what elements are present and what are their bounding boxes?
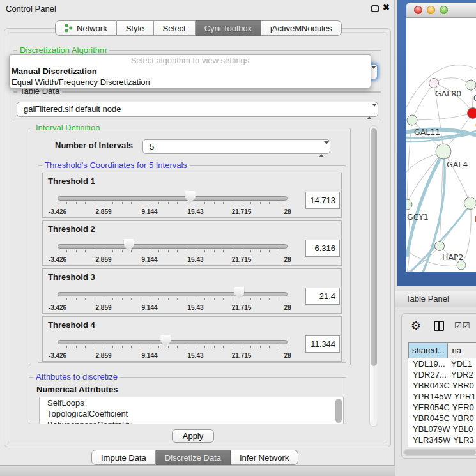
tick-label: 28 — [268, 256, 307, 263]
tick-mark — [168, 298, 169, 300]
tick-mark — [66, 346, 67, 348]
node-gal4[interactable] — [436, 144, 451, 159]
zoom-traffic-light[interactable] — [440, 6, 448, 14]
column-header-name[interactable]: na — [448, 342, 476, 358]
tick-mark — [122, 346, 123, 348]
tick-mark — [196, 250, 196, 255]
cell-shared-name[interactable]: YDR27... — [408, 369, 449, 380]
number-of-intervals-combobox[interactable]: 5 — [142, 139, 330, 154]
cell-name[interactable]: YBR0 — [450, 380, 476, 391]
slider-track[interactable] — [58, 244, 288, 249]
cell-name[interactable]: YLR3 — [450, 434, 476, 445]
threshold-value-field[interactable]: 11.344 — [305, 335, 340, 353]
cell-name[interactable]: YDL1 — [449, 358, 476, 369]
cell-shared-name[interactable]: YPR145W — [408, 391, 452, 402]
checked-checkbox-icons[interactable]: ☑☑ — [454, 321, 470, 330]
table-row[interactable]: YBL079WYBL0 — [408, 424, 476, 434]
cell-name[interactable]: YER0 — [450, 402, 476, 413]
minimize-traffic-light[interactable] — [427, 6, 435, 14]
node-gal11[interactable] — [407, 115, 417, 125]
table-row[interactable]: YPR145WYPR1 — [408, 391, 476, 402]
dropdown-item-equal-width-frequency[interactable]: Equal Width/Frequency Discretization — [10, 77, 371, 88]
slider-track[interactable] — [58, 292, 288, 296]
table-row[interactable]: YIL052CYIL0 — [408, 445, 476, 447]
cell-name[interactable]: YPR1 — [452, 391, 476, 402]
network-canvas[interactable]: GAL80GCGAL11GAL4GCY1HHAP2 — [406, 18, 476, 272]
cell-shared-name[interactable]: YBR045C — [408, 413, 450, 424]
scrollbar-thumb[interactable] — [404, 450, 476, 455]
network-edge[interactable] — [412, 83, 434, 120]
node-hap2[interactable] — [435, 242, 445, 251]
cell-name[interactable]: YBR0 — [450, 413, 476, 424]
table-panel-header[interactable]: Table Panel — [395, 291, 476, 307]
attribute-item[interactable]: TopologicalCoefficient — [40, 408, 343, 419]
tick-mark — [95, 202, 95, 204]
node-gcy1[interactable] — [406, 199, 412, 210]
tab-jactivemnodules[interactable]: jActiveMNodules — [261, 20, 342, 36]
cell-shared-name[interactable]: YDL19... — [408, 358, 449, 369]
cell-name[interactable]: YDR2 — [449, 369, 476, 380]
slider-ticks — [58, 250, 288, 256]
settings-vertical-scrollbar[interactable] — [369, 125, 378, 427]
table-row[interactable]: YDL19...YDL1 — [408, 358, 476, 369]
cell-shared-name[interactable]: YER054C — [408, 402, 450, 413]
cell-shared-name[interactable]: YLR345W — [408, 434, 450, 445]
table-data-combobox[interactable]: galFiltered.sif default node — [17, 102, 378, 117]
node-selected-red[interactable] — [468, 108, 476, 119]
slider-tick-labels: -3.4262.8599.14415.4321.71528 — [58, 352, 288, 360]
node-gal80[interactable] — [429, 79, 439, 88]
network-node-label: GAL11 — [414, 127, 440, 137]
table-row[interactable]: YER054CYER0 — [408, 402, 476, 413]
tick-mark — [242, 202, 242, 207]
threshold-value-field[interactable]: 6.316 — [305, 240, 340, 257]
tick-mark — [95, 346, 95, 348]
cell-name[interactable]: YIL0 — [449, 445, 476, 447]
cell-shared-name[interactable]: YBR043C — [408, 380, 450, 391]
table-row[interactable]: YDR27...YDR2 — [408, 369, 476, 380]
tick-label: 15.43 — [176, 208, 215, 215]
tick-mark — [58, 250, 58, 255]
table-row[interactable]: YLR345WYLR3 — [408, 434, 476, 445]
node-bottom[interactable] — [457, 261, 466, 270]
tab-impute-data[interactable]: Impute Data — [91, 450, 156, 465]
tab-style[interactable]: Style — [117, 20, 154, 36]
close-traffic-light[interactable] — [414, 6, 422, 14]
tick-mark — [85, 298, 86, 300]
table-row[interactable]: YBR043CYBR0 — [408, 380, 476, 391]
slider-ticks — [58, 346, 288, 352]
threshold-value-field[interactable]: 21.4 — [305, 288, 340, 305]
tick-mark — [233, 202, 233, 204]
attribute-item[interactable]: BetweennessCentrality — [40, 419, 343, 424]
slider-track[interactable] — [58, 340, 288, 344]
apply-button[interactable]: Apply — [172, 429, 214, 443]
float-window-icon[interactable] — [371, 5, 379, 12]
tab-cyni-toolbox[interactable]: Cyni Toolbox — [196, 20, 261, 36]
tab-discretize-data[interactable]: Discretize Data — [156, 450, 231, 465]
network-edge[interactable] — [412, 113, 473, 120]
tick-mark — [177, 346, 178, 348]
list-scrollbar-thumb[interactable] — [335, 399, 342, 423]
threshold-value-field[interactable]: 14.713 — [305, 192, 340, 209]
network-window-titlebar[interactable] — [406, 3, 476, 18]
node-top-right[interactable] — [466, 80, 476, 90]
close-icon[interactable]: ✖ — [383, 3, 390, 12]
tab-infer-network[interactable]: Infer Network — [231, 450, 298, 465]
cell-shared-name[interactable]: YIL052C — [408, 445, 449, 447]
gear-icon[interactable]: ⚙ — [411, 319, 421, 333]
network-edge[interactable] — [406, 65, 476, 110]
split-columns-icon[interactable] — [434, 321, 444, 331]
tab-network[interactable]: Network — [55, 20, 117, 36]
cell-shared-name[interactable]: YBL079W — [408, 424, 450, 434]
network-edge[interactable] — [434, 78, 471, 85]
cell-name[interactable]: YBL0 — [450, 424, 476, 434]
slider-track[interactable] — [58, 196, 288, 201]
dropdown-item-manual-discretization[interactable]: Manual Discretization — [10, 66, 371, 77]
attribute-item[interactable]: SelfLoops — [40, 397, 343, 408]
table-horizontal-scrollbar[interactable] — [403, 449, 476, 456]
tick-label: 2.859 — [84, 256, 123, 263]
node-right-mid[interactable] — [464, 197, 476, 210]
scrollbar-thumb[interactable] — [371, 128, 377, 366]
tab-select[interactable]: Select — [154, 20, 196, 36]
table-row[interactable]: YBR045CYBR0 — [408, 413, 476, 424]
column-header-shared-name[interactable]: shared... — [408, 342, 448, 358]
